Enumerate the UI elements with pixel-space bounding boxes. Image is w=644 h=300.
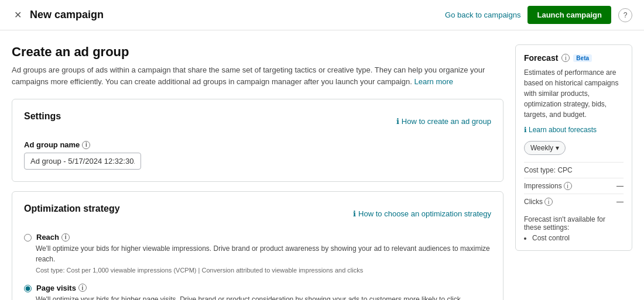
weekly-dropdown[interactable]: Weekly ▾ [524,141,566,155]
reach-radio[interactable] [24,234,32,242]
content-area: Create an ad group Ad groups are groups … [12,44,503,300]
ad-group-name-info-icon[interactable]: i [82,141,90,149]
page-description: Ad groups are groups of ads within a cam… [12,64,503,87]
clicks-info-icon[interactable]: i [544,198,553,206]
forecast-title: Forecast [524,53,558,63]
learn-about-forecasts-link[interactable]: ℹ Learn about forecasts [524,126,624,134]
forecast-description: Estimates of performance are based on hi… [524,67,624,120]
optimization-section-title: Optimization strategy [24,204,120,214]
how-to-create-link[interactable]: ℹ How to create an ad group [396,117,491,126]
reach-cost-type: Cost type: Cost per 1,000 viewable impre… [36,265,491,275]
help-circle-icon-2: ℹ [353,209,356,218]
settings-card: Settings ℹ How to create an ad group Ad … [12,99,503,182]
launch-campaign-button[interactable]: Launch campaign [527,6,611,24]
unavailable-item: Cost control [532,234,624,242]
header: ✕ New campaign Go back to campaigns Laun… [0,0,644,30]
learn-more-link[interactable]: Learn more [415,77,453,86]
reach-option: Reach i We'll optimize your bids for hig… [24,233,491,275]
reach-info-icon[interactable]: i [61,233,70,242]
forecast-header: Forecast i Beta [524,53,624,63]
how-to-choose-link[interactable]: ℹ How to choose an optimization strategy [353,209,491,218]
info-circle-icon: ℹ [524,126,527,134]
clicks-value: — [616,198,624,206]
header-right: Go back to campaigns Launch campaign ? [445,6,632,24]
ad-group-name-label: Ad group name i [24,140,491,149]
impressions-row: Impressions i — [524,178,624,194]
page-title: New campaign [30,9,104,21]
forecast-cost-type: Cost type: CPC [524,162,624,178]
beta-badge: Beta [573,54,592,62]
close-button[interactable]: ✕ [12,7,24,23]
help-circle-icon: ℹ [396,117,399,126]
impressions-label: Impressions i [524,182,572,190]
forecast-info-icon[interactable]: i [561,54,570,62]
page-visits-label[interactable]: Page visits i [36,284,87,292]
page-visits-description: We'll optimize your bids for higher page… [36,294,491,301]
help-icon[interactable]: ? [618,8,632,22]
impressions-value: — [616,182,624,190]
chevron-down-icon: ▾ [556,144,559,152]
forecast-panel: Forecast i Beta Estimates of performance… [515,44,632,251]
clicks-label: Clicks i [524,198,553,206]
header-left: ✕ New campaign [12,7,104,23]
create-ad-group-title: Create an ad group [12,44,503,60]
clicks-row: Clicks i — [524,194,624,209]
reach-description: We'll optimize your bids for higher view… [36,243,491,275]
go-back-link[interactable]: Go back to campaigns [445,11,520,19]
main-content: Create an ad group Ad groups are groups … [0,30,644,300]
ad-group-name-input[interactable] [24,153,141,170]
page-visits-info-icon[interactable]: i [78,284,87,292]
optimization-card: Optimization strategy ℹ How to choose an… [12,191,503,300]
page-visits-radio[interactable] [24,285,32,292]
forecast-unavailable: Forecast isn't available for these setti… [524,215,624,242]
settings-section-title: Settings [24,111,61,122]
page-visits-option: Page visits i We'll optimize your bids f… [24,284,491,301]
reach-label[interactable]: Reach i [36,233,70,242]
impressions-info-icon[interactable]: i [564,182,572,190]
